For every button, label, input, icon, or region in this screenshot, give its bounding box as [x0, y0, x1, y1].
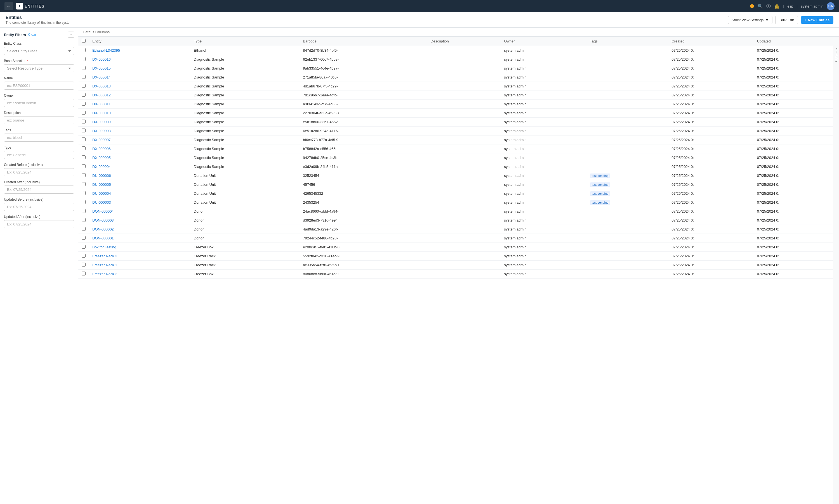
name-input[interactable] [4, 82, 74, 90]
row-checkbox-cell [78, 207, 89, 216]
notifications-icon[interactable]: 🔔 [774, 4, 780, 9]
row-checkbox[interactable] [82, 263, 86, 267]
row-checkbox[interactable] [82, 128, 86, 132]
entity-tags [587, 127, 668, 136]
entity-link[interactable]: DX-000007 [89, 136, 190, 144]
entity-link[interactable]: Freezer Rack 3 [89, 252, 190, 261]
entity-link[interactable]: Freezer Rack 1 [89, 261, 190, 270]
new-entities-button[interactable]: + New Entities [801, 16, 834, 24]
row-checkbox[interactable] [82, 182, 86, 186]
entity-link[interactable]: DX-000008 [89, 127, 190, 136]
entity-link[interactable]: DX-000006 [89, 144, 190, 154]
entity-type: Donor [190, 225, 299, 234]
entity-owner: system admin [501, 234, 586, 243]
row-checkbox[interactable] [82, 272, 86, 275]
stock-view-button[interactable]: Stock View Settings ▼ [728, 16, 773, 24]
entity-link[interactable]: DX-000012 [89, 91, 190, 100]
entity-link[interactable]: DX-000016 [89, 55, 190, 64]
row-checkbox[interactable] [82, 111, 86, 114]
row-checkbox[interactable] [82, 75, 86, 79]
updated-after-input[interactable] [4, 220, 74, 228]
bulk-edit-button[interactable]: Bulk Edit [775, 16, 798, 24]
entity-link[interactable]: DX-000013 [89, 82, 190, 91]
owner-input[interactable] [4, 99, 74, 107]
row-checkbox[interactable] [82, 245, 86, 249]
entity-type: Diagnostic Sample [190, 118, 299, 127]
created-before-input[interactable] [4, 168, 74, 176]
entity-link[interactable]: DU-000004 [89, 189, 190, 198]
created-after-input[interactable] [4, 185, 74, 194]
entity-link[interactable]: DX-000009 [89, 118, 190, 127]
entity-link[interactable]: Ethanol-L342395 [89, 46, 190, 55]
entity-link[interactable]: DU-000003 [89, 198, 190, 207]
row-checkbox[interactable] [82, 236, 86, 240]
col-header-barcode: Barcode [299, 37, 427, 46]
entity-barcode: e200c9c5-f681-418b-8 [299, 243, 427, 252]
row-checkbox[interactable] [82, 164, 86, 168]
table-row: DX-000005Diagnostic Sample94278db0-25ce-… [78, 154, 839, 162]
entity-created: 07/25/2024 0: [668, 180, 753, 189]
tags-input[interactable] [4, 133, 74, 142]
user-avatar[interactable]: SA [827, 2, 835, 10]
entity-link[interactable]: DX-000010 [89, 109, 190, 118]
entity-tags [587, 243, 668, 252]
row-checkbox[interactable] [82, 173, 86, 177]
entity-updated: 07/25/2024 0: [754, 162, 839, 171]
help-icon[interactable]: ⓘ [766, 3, 771, 9]
base-selection-select[interactable]: Select Resource Type [4, 64, 74, 72]
entity-link[interactable]: DU-000005 [89, 180, 190, 189]
search-icon[interactable]: 🔍 [757, 4, 763, 9]
columns-label: Columns [835, 48, 838, 62]
row-checkbox[interactable] [82, 57, 86, 61]
row-checkbox[interactable] [82, 227, 86, 231]
row-checkbox[interactable] [82, 66, 86, 70]
updated-before-input[interactable] [4, 203, 74, 211]
entity-link[interactable]: DON-000002 [89, 225, 190, 234]
clear-filters-link[interactable]: Clear [28, 33, 36, 37]
select-all-checkbox[interactable] [82, 39, 86, 43]
row-checkbox[interactable] [82, 84, 86, 88]
entity-link[interactable]: DON-000001 [89, 234, 190, 243]
entity-barcode: 4ad9da13-a29e-426f- [299, 225, 427, 234]
entity-link[interactable]: Box for Testing [89, 243, 190, 252]
entity-barcode: 2270304f-a63c-4f25-8 [299, 109, 427, 118]
row-checkbox[interactable] [82, 254, 86, 257]
entity-created: 07/25/2024 0: [668, 46, 753, 55]
entity-link[interactable]: DX-000004 [89, 162, 190, 171]
row-checkbox[interactable] [82, 155, 86, 159]
table-row: Freezer Rack 3Freezer Rack5592f842-c310-… [78, 252, 839, 261]
entity-link[interactable]: DX-000015 [89, 64, 190, 73]
entity-link[interactable]: DON-000004 [89, 207, 190, 216]
row-checkbox-cell [78, 252, 89, 261]
entity-tags: test pending [587, 171, 668, 180]
entity-link[interactable]: DU-000006 [89, 171, 190, 180]
entity-link[interactable]: Freezer Rack 2 [89, 270, 190, 278]
row-checkbox[interactable] [82, 200, 86, 204]
row-checkbox[interactable] [82, 191, 86, 195]
back-button[interactable]: ← [4, 2, 13, 10]
row-checkbox[interactable] [82, 48, 86, 52]
row-checkbox[interactable] [82, 209, 86, 213]
filter-updated-after: Updated After (inclusive) [4, 215, 74, 228]
row-checkbox[interactable] [82, 218, 86, 222]
entity-link[interactable]: DX-000005 [89, 154, 190, 162]
entity-barcode: 24353254 [299, 198, 427, 207]
columns-panel[interactable]: Columns [833, 37, 839, 504]
row-checkbox[interactable] [82, 93, 86, 97]
row-checkbox[interactable] [82, 138, 86, 141]
entity-link[interactable]: DON-000003 [89, 216, 190, 225]
entity-link[interactable]: DX-000014 [89, 73, 190, 82]
sidebar-collapse-button[interactable]: ↔ [68, 32, 74, 38]
row-checkbox[interactable] [82, 120, 86, 124]
table-body: Ethanol-L342395Ethanol847d2d70-8b34-4bf5… [78, 46, 839, 278]
description-input[interactable] [4, 116, 74, 124]
entity-link[interactable]: DX-000011 [89, 100, 190, 109]
row-checkbox[interactable] [82, 146, 86, 150]
row-checkbox[interactable] [82, 102, 86, 106]
entity-class-select[interactable]: Select Entity Class [4, 47, 74, 55]
entity-description [427, 216, 501, 225]
entity-owner: system admin [501, 225, 586, 234]
entity-type: Diagnostic Sample [190, 144, 299, 154]
type-input[interactable] [4, 151, 74, 159]
entity-type: Freezer Box [190, 243, 299, 252]
